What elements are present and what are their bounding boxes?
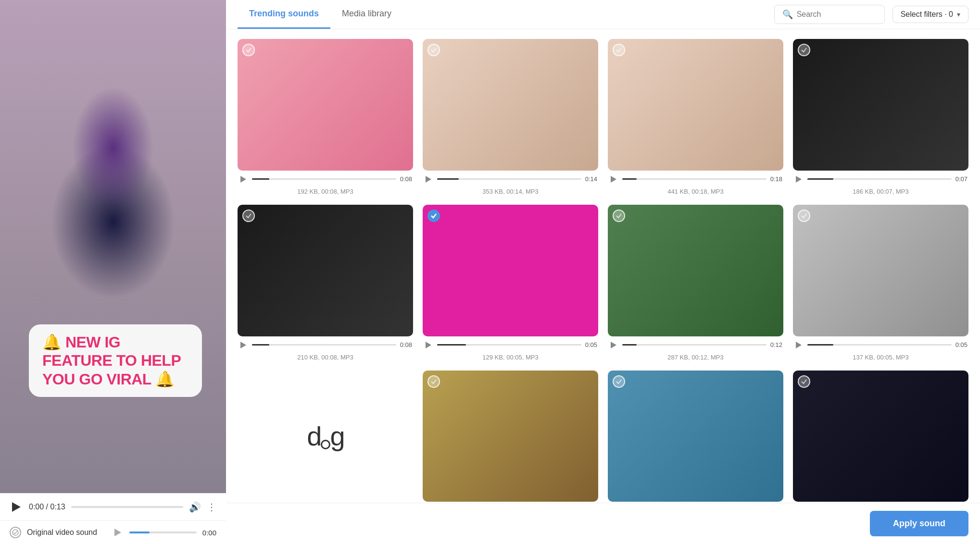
- card-progress-bar[interactable]: [622, 178, 766, 180]
- card-checkbox[interactable]: [427, 375, 440, 388]
- sound-card[interactable]: 0:07 186 KB, 00:07, MP3: [793, 39, 968, 195]
- card-progress-bar[interactable]: [807, 178, 952, 180]
- apply-bar: Apply sound: [226, 503, 980, 544]
- card-progress-fill: [252, 344, 269, 346]
- card-checkbox[interactable]: [242, 210, 255, 222]
- play-icon: [796, 342, 802, 348]
- card-progress-fill: [437, 344, 466, 346]
- video-play-button[interactable]: [10, 500, 23, 514]
- play-icon: [426, 342, 431, 348]
- card-thumbnail[interactable]: [608, 205, 783, 336]
- card-progress-fill: [807, 178, 833, 180]
- card-thumbnail[interactable]: [423, 371, 598, 502]
- volume-icon[interactable]: 🔊: [189, 501, 201, 513]
- card-thumbnail[interactable]: [793, 371, 968, 502]
- card-meta: 210 KB, 00:08, MP3: [238, 354, 413, 361]
- left-panel: 🔔 NEW IG FEATURE TO HELP YOU GO VIRAL 🔔 …: [0, 0, 226, 544]
- card-checkbox[interactable]: [427, 210, 440, 222]
- card-controls: 0:08: [238, 174, 413, 184]
- card-checkbox[interactable]: [613, 210, 625, 222]
- card-progress-bar[interactable]: [437, 344, 581, 346]
- sound-card[interactable]: 0:14 353 KB, 00:14, MP3: [423, 39, 598, 195]
- video-progress-bar[interactable]: [71, 506, 183, 508]
- card-controls: 0:07: [793, 174, 968, 184]
- sound-card[interactable]: dg 0:07 184 KB, 00:07, MP3: [238, 371, 413, 503]
- card-progress-fill: [807, 344, 833, 346]
- card-checkbox[interactable]: [798, 375, 810, 388]
- card-play-button[interactable]: [609, 174, 618, 184]
- card-progress-bar[interactable]: [252, 178, 396, 180]
- card-play-button[interactable]: [609, 340, 618, 350]
- card-play-button[interactable]: [239, 174, 248, 184]
- card-thumbnail[interactable]: [238, 39, 413, 171]
- sound-card[interactable]: 0:05 126 KB, 00:05, MP3: [793, 371, 968, 503]
- card-checkbox[interactable]: [798, 210, 810, 222]
- sound-card[interactable]: 0:07 175 KB, 00:07, MP3: [608, 371, 783, 503]
- card-controls: 0:18: [608, 174, 783, 184]
- play-icon: [240, 342, 246, 348]
- video-frame: [0, 0, 226, 493]
- tab-media-library[interactable]: Media library: [330, 0, 403, 29]
- play-icon: [240, 176, 246, 183]
- card-controls: 0:12: [608, 340, 783, 350]
- card-controls: 0:14: [423, 174, 598, 184]
- overlay-bubble: 🔔 NEW IG FEATURE TO HELP YOU GO VIRAL 🔔: [29, 324, 202, 397]
- card-progress-bar[interactable]: [252, 344, 396, 346]
- card-thumbnail[interactable]: [793, 205, 968, 336]
- card-progress-bar[interactable]: [807, 344, 952, 346]
- tab-trending-sounds[interactable]: Trending sounds: [238, 0, 330, 29]
- card-play-button[interactable]: [424, 174, 433, 184]
- play-icon: [611, 342, 616, 348]
- play-icon: [611, 176, 616, 183]
- card-meta: 192 KB, 00:08, MP3: [238, 188, 413, 195]
- card-checkbox[interactable]: [427, 44, 440, 56]
- sound-card[interactable]: 0:18 441 KB, 00:18, MP3: [608, 39, 783, 195]
- card-thumbnail[interactable]: [608, 39, 783, 171]
- card-time: 0:05: [585, 341, 597, 348]
- card-checkbox[interactable]: [242, 44, 255, 56]
- card-thumbnail[interactable]: dg: [238, 371, 413, 502]
- sound-card[interactable]: 0:05 137 KB, 00:05, MP3: [793, 205, 968, 361]
- card-checkbox[interactable]: [613, 375, 625, 388]
- card-checkbox[interactable]: [613, 44, 625, 56]
- card-progress-fill: [622, 178, 637, 180]
- play-icon: [426, 176, 431, 183]
- card-thumbnail[interactable]: [423, 39, 598, 171]
- card-thumbnail[interactable]: [793, 39, 968, 171]
- sound-time: 0:00: [202, 529, 216, 537]
- apply-sound-button[interactable]: Apply sound: [870, 511, 968, 536]
- sound-card[interactable]: 0:08 192 KB, 00:08, MP3: [238, 39, 413, 195]
- card-progress-bar[interactable]: [437, 178, 581, 180]
- sound-card[interactable]: 0:08 210 KB, 00:08, MP3: [238, 205, 413, 361]
- card-play-button[interactable]: [239, 340, 248, 350]
- card-meta: 287 KB, 00:12, MP3: [608, 354, 783, 361]
- sound-card[interactable]: 0:07 166 KB, 00:07, MP3: [423, 371, 598, 503]
- card-play-button[interactable]: [424, 340, 433, 350]
- card-checkbox[interactable]: [242, 375, 255, 388]
- sound-progress-bar[interactable]: [129, 532, 197, 533]
- filter-label: Select filters · 0: [901, 10, 953, 19]
- search-box[interactable]: 🔍: [774, 5, 885, 24]
- card-thumbnail[interactable]: [423, 205, 598, 336]
- search-input[interactable]: [797, 10, 874, 19]
- card-progress-bar[interactable]: [622, 344, 766, 346]
- sound-card[interactable]: 0:05 129 KB, 00:05, MP3: [423, 205, 598, 361]
- card-controls: 0:05: [423, 340, 598, 350]
- more-options-icon[interactable]: ⋮: [207, 501, 216, 513]
- card-checkbox[interactable]: [798, 44, 810, 56]
- sound-card[interactable]: 0:12 287 KB, 00:12, MP3: [608, 205, 783, 361]
- card-controls: 0:08: [238, 340, 413, 350]
- original-sound-bar: Original video sound 0:00: [0, 520, 226, 544]
- card-controls: 0:05: [793, 340, 968, 350]
- card-play-button[interactable]: [794, 174, 804, 184]
- card-thumbnail[interactable]: [238, 205, 413, 336]
- video-time: 0:00 / 0:13: [29, 503, 65, 511]
- chevron-down-icon: ▾: [957, 11, 960, 18]
- sound-play-button[interactable]: [112, 527, 124, 538]
- card-thumbnail[interactable]: [608, 371, 783, 502]
- filter-button[interactable]: Select filters · 0 ▾: [892, 6, 968, 23]
- card-progress-fill: [252, 178, 269, 180]
- card-meta: 353 KB, 00:14, MP3: [423, 188, 598, 195]
- card-play-button[interactable]: [794, 340, 804, 350]
- video-thumbnail: 🔔 NEW IG FEATURE TO HELP YOU GO VIRAL 🔔: [0, 0, 226, 493]
